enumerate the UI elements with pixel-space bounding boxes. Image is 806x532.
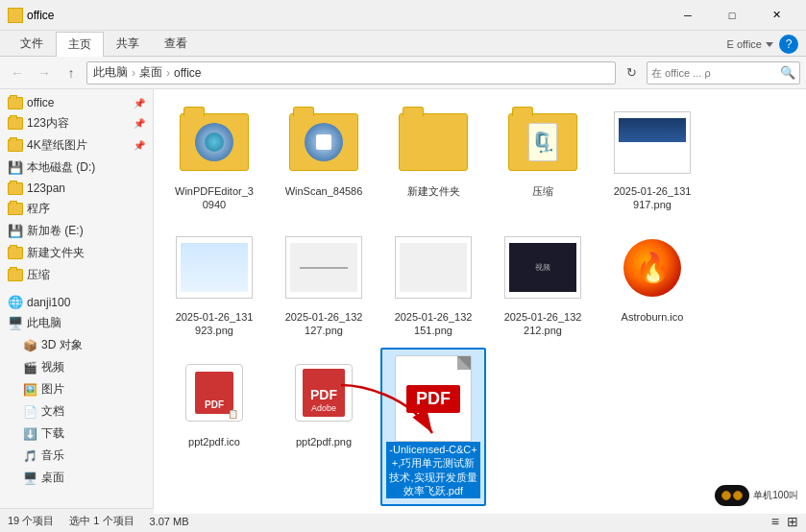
status-selected: 选中 1 个项目 [69,514,134,528]
3d-icon: 📦 [23,339,37,352]
screenshot-icon-3 [285,236,362,299]
file-thumb-zip: 🗜️ [504,104,581,181]
sidebar-item-wallpaper[interactable]: 4K壁纸图片 📌 [0,134,153,157]
file-thumb-newfolder [395,104,472,181]
search-input[interactable] [651,67,780,79]
title-bar: office ─ □ ✕ [0,0,806,31]
sidebar-item-downloads[interactable]: ⬇️ 下载 [0,423,153,445]
up-button[interactable]: ↑ [60,61,83,85]
screenshot-inner-5: 视频 [509,243,576,291]
close-button[interactable]: ✕ [754,0,798,31]
ppt2pdf-png-icon: PDF Adobe [289,358,358,427]
file-item-ppt2pdf-ico[interactable]: PDF 📋 ppt2pdf.ico [161,348,267,506]
sidebar-label-thispc: 此电脑 [27,315,61,331]
file-item-winscan[interactable]: WinScan_84586 [271,97,377,219]
sidebar-item-music[interactable]: 🎵 音乐 [0,445,153,467]
sidebar-label-music: 音乐 [41,447,64,464]
folder-icon [8,247,23,259]
pin-icon: 📌 [134,118,145,129]
minimize-button[interactable]: ─ [666,0,710,31]
status-size: 3.07 MB [150,516,189,527]
tab-home[interactable]: 主页 [56,32,104,57]
sidebar-item-office[interactable]: office 📌 [0,93,153,112]
refresh-button[interactable]: ↻ [620,61,643,85]
help-button[interactable]: ? [779,35,798,54]
breadcrumb-sep-2: › [166,66,170,80]
file-item-zip[interactable]: 🗜️ 压缩 [490,97,596,219]
sidebar-item-123pan[interactable]: 123pan [0,179,153,198]
file-item-img2[interactable]: 2025-01-26_131923.png [161,223,267,345]
sidebar-item-video[interactable]: 🎬 视频 [0,356,153,378]
forward-button[interactable]: → [33,61,56,85]
file-item-pdf-selected[interactable]: PDF -Unlicensed-C&C++,巧用单元测试新技术,实现开发质量效率… [380,348,486,506]
file-item-img3[interactable]: 2025-01-26_132127.png [271,223,377,345]
danji-eye-icon [715,485,749,506]
screenshot-icon-5: 视频 [504,236,581,299]
search-icon: 🔍 [780,65,795,80]
danji-icon: 🌐 [8,295,23,309]
sidebar-label-123: 123内容 [27,115,69,132]
sidebar-item-zip[interactable]: 压缩 [0,264,153,286]
view-icon-grid[interactable]: ⊞ [787,514,798,529]
back-button[interactable]: ← [6,61,29,85]
sidebar-label-hdd: 本地磁盘 (D:) [27,159,95,176]
file-item-img1[interactable]: 2025-01-26_131917.png [599,97,705,219]
sidebar-label-123pan: 123pan [27,181,65,195]
sidebar-label-video: 视频 [41,359,64,375]
pin-icon: 📌 [134,140,145,151]
sidebar-item-newfolder[interactable]: 新建文件夹 [0,242,153,264]
window-folder-icon [8,8,23,23]
file-item-newfolder[interactable]: 新建文件夹 [380,97,486,219]
file-label-ppt2pdf-png: ppt2pdf.png [296,435,352,448]
ribbon-collapse-icon[interactable] [766,42,773,47]
sidebar-item-danji[interactable]: 🌐 danji100 [0,292,153,312]
danji-label: 单机100叫 [753,489,798,502]
file-item-winpdf[interactable]: WinPDFEditor_30940 [161,97,267,219]
view-icon-list[interactable]: ≡ [771,514,779,529]
title-bar-left: office [8,8,54,23]
sidebar-item-123[interactable]: 123内容 📌 [0,112,153,134]
sidebar-item-docs[interactable]: 📄 文档 [0,400,153,423]
tab-share[interactable]: 共享 [104,31,152,56]
file-label-img1: 2025-01-26_131917.png [614,184,692,212]
file-item-ppt2pdf-png[interactable]: PDF Adobe ppt2pdf.png [271,348,377,506]
file-item-img4[interactable]: 2025-01-26_132151.png [380,223,486,345]
file-thumb-ppt2pdf-png: PDF Adobe [285,354,362,431]
file-label-img3: 2025-01-26_132127.png [285,310,363,338]
tab-file[interactable]: 文件 [8,31,56,56]
title-bar-controls: ─ □ ✕ [666,0,798,31]
breadcrumb-office: office [174,66,201,80]
address-bar: ← → ↑ 此电脑 › 桌面 › office ↻ 🔍 [0,57,806,89]
sidebar-label-danji: danji100 [27,296,70,309]
folder-icon [8,269,23,281]
search-box[interactable]: 🔍 [647,61,800,85]
sidebar-item-pictures[interactable]: 🖼️ 图片 [0,378,153,400]
breadcrumb[interactable]: 此电脑 › 桌面 › office [86,61,616,85]
maximize-button[interactable]: □ [710,0,754,31]
file-thumb-img1 [614,104,691,181]
folder-icon [8,182,23,195]
sidebar-label-newfolder: 新建文件夹 [27,245,85,261]
file-item-astroburn[interactable]: 🔥 Astroburn.ico [599,223,705,345]
docs-icon: 📄 [23,405,37,419]
sidebar-item-hdd[interactable]: 💾 本地磁盘 (D:) [0,157,153,179]
file-thumb-ppt2pdf-ico: PDF 📋 [176,354,253,431]
sidebar-item-programs[interactable]: 程序 [0,198,153,220]
file-label-winscan: WinScan_84586 [285,184,363,198]
sidebar-label-drive-e: 新加卷 (E:) [27,223,84,239]
sidebar-item-desktop[interactable]: 🖥️ 桌面 [0,467,153,489]
content-area: WinPDFEditor_30940 WinScan_84586 [154,89,806,514]
sidebar-item-3d[interactable]: 📦 3D 对象 [0,334,153,356]
sidebar: office 📌 123内容 📌 4K壁纸图片 📌 💾 本地磁盘 (D:) 12… [0,89,154,508]
tab-view[interactable]: 查看 [152,31,200,56]
screenshot-inner-1 [619,118,686,166]
ppt2pdf-ico-icon: PDF 📋 [180,358,249,427]
sidebar-item-thispc[interactable]: 🖥️ 此电脑 [0,312,153,334]
drive-e-icon: 💾 [8,224,23,238]
content-wrapper: WinPDFEditor_30940 WinScan_84586 [154,89,806,508]
folder-icon [8,203,23,215]
file-item-img5[interactable]: 视频 2025-01-26_132212.png [490,223,596,345]
hdd-icon: 💾 [8,160,23,175]
sidebar-item-drive-e[interactable]: 💾 新加卷 (E:) [0,220,153,242]
file-label-img4: 2025-01-26_132151.png [395,310,473,338]
